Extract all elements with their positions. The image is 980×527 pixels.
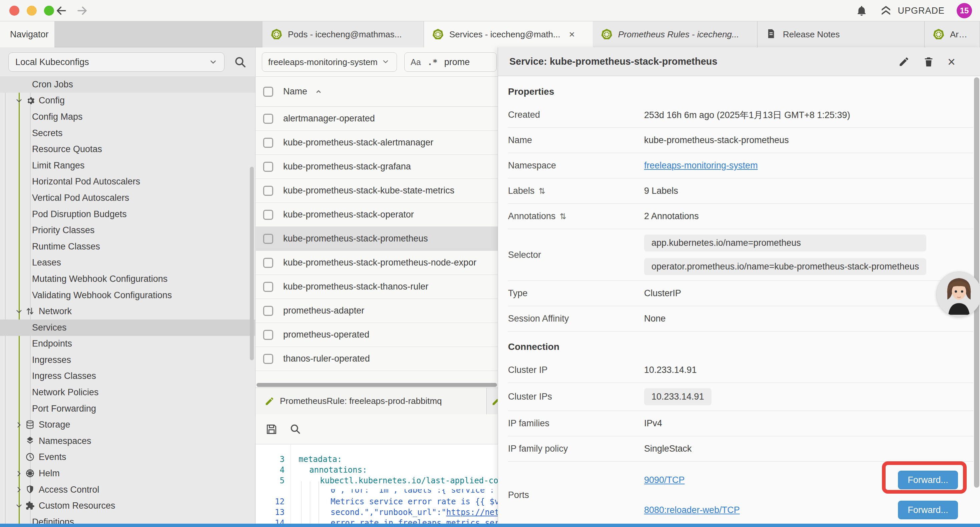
sidebar-item-definitions[interactable]: Definitions [0, 514, 255, 524]
sidebar-item-ingress-classes[interactable]: Ingress Classes [0, 368, 255, 385]
sidebar-search-icon[interactable] [234, 56, 247, 69]
chevron-down-icon[interactable] [15, 502, 23, 510]
code-line[interactable]: 3metadata: [256, 454, 498, 465]
sidebar-item-helm[interactable]: Helm [0, 465, 255, 482]
match-case-icon[interactable]: Aa [410, 57, 421, 67]
row-checkbox[interactable] [263, 210, 273, 220]
table-row[interactable]: kube-prometheus-stack-prometheus [256, 227, 498, 251]
tab-argo-se[interactable]: Argo Se [924, 21, 980, 47]
chevron-right-icon[interactable] [15, 420, 23, 429]
sort-updown-icon[interactable]: ⇅ [539, 186, 546, 196]
table-row[interactable]: kube-prometheus-stack-operator [256, 203, 498, 227]
sidebar-item-custom-resources[interactable]: Custom Resources [0, 498, 255, 514]
sidebar-item-port-forwarding[interactable]: Port Forwarding [0, 401, 255, 417]
sidebar-item-horizontal-pod-autoscalers[interactable]: Horizontal Pod Autoscalers [0, 174, 255, 190]
bell-icon[interactable] [856, 5, 868, 17]
sidebar-item-limit-ranges[interactable]: Limit Ranges [0, 158, 255, 174]
tab-release-notes[interactable]: Release Notes [757, 21, 924, 47]
editor-tab-prometheusrule[interactable]: PrometheusRule: freeleaps-prod-rabbitmq [256, 388, 487, 414]
chevron-right-icon[interactable] [15, 469, 23, 478]
sidebar-item-events[interactable]: Events [0, 449, 255, 466]
upgrade-button[interactable]: UPGRADE [880, 4, 945, 17]
namespace-filter-select[interactable]: freeleaps-monitoring-system [262, 53, 397, 72]
table-row[interactable]: prometheus-operated [256, 323, 498, 347]
table-row[interactable]: kube-prometheus-stack-grafana [256, 155, 498, 179]
forward-button[interactable]: Forward... [898, 501, 958, 519]
sidebar-item-endpoints[interactable]: Endpoints [0, 336, 255, 352]
kubeconfig-context-select[interactable]: Local Kubeconfigs [8, 53, 224, 72]
forward-icon[interactable] [76, 5, 88, 17]
chevron-down-icon[interactable] [15, 307, 23, 316]
close-tab-icon[interactable]: × [569, 29, 575, 40]
row-checkbox[interactable] [263, 138, 273, 148]
avatar[interactable] [936, 272, 980, 317]
sidebar-item-access-control[interactable]: Access Control [0, 482, 255, 498]
editor-search-icon[interactable] [289, 423, 302, 436]
code-line[interactable]: 13second.","runbook_url":"https://net [256, 507, 498, 517]
code-line[interactable]: 5kubectl.kubernetes.io/last-applied-co [256, 475, 498, 486]
row-checkbox[interactable] [263, 354, 273, 364]
table-row[interactable]: alertmanager-operated [256, 107, 498, 131]
maximize-window-icon[interactable] [44, 6, 54, 16]
sidebar-item-pod-disruption-budgets[interactable]: Pod Disruption Budgets [0, 206, 255, 223]
sidebar-item-config-maps[interactable]: Config Maps [0, 109, 255, 125]
sidebar-item-services[interactable]: Services [0, 320, 255, 336]
chevron-down-icon[interactable] [15, 96, 23, 105]
row-checkbox[interactable] [263, 306, 273, 316]
row-checkbox[interactable] [263, 162, 273, 172]
list-search-input[interactable]: Aa .* prome [404, 53, 497, 72]
sidebar-item-resource-quotas[interactable]: Resource Quotas [0, 141, 255, 158]
row-checkbox[interactable] [263, 234, 273, 244]
tab-services-icecheng-math[interactable]: Services - icecheng@math...× [424, 21, 593, 47]
sidebar-item-cron-jobs[interactable]: Cron Jobs [0, 76, 255, 93]
table-row[interactable]: thanos-ruler-operated [256, 347, 498, 371]
sidebar-item-priority-classes[interactable]: Priority Classes [0, 222, 255, 239]
sidebar-item-config[interactable]: Config [0, 93, 255, 109]
regex-icon[interactable]: .* [428, 57, 438, 67]
row-checkbox[interactable] [263, 186, 273, 196]
sidebar-item-ingresses[interactable]: Ingresses [0, 352, 255, 368]
tab-pods-icecheng-mathmas[interactable]: Pods - icecheng@mathmas... [262, 21, 424, 47]
notification-badge[interactable]: 15 [957, 3, 972, 18]
namespace-link[interactable]: freeleaps-monitoring-system [644, 161, 758, 171]
forward-button[interactable]: Forward... [898, 471, 958, 489]
row-checkbox[interactable] [263, 114, 273, 124]
close-icon[interactable]: × [948, 56, 955, 67]
table-row[interactable]: kube-prometheus-stack-thanos-ruler [256, 275, 498, 299]
sort-asc-icon[interactable] [315, 88, 323, 96]
sidebar-scrollbar[interactable] [250, 167, 254, 360]
sidebar-item-network[interactable]: Network [0, 303, 255, 320]
delete-icon[interactable] [923, 56, 934, 67]
edit-icon[interactable] [898, 56, 910, 67]
sidebar-item-namespaces[interactable]: Namespaces [0, 433, 255, 449]
table-row[interactable]: kube-prometheus-stack-prometheus-node-ex… [256, 251, 498, 275]
table-row[interactable]: kube-prometheus-stack-kube-state-metrics [256, 179, 498, 203]
table-row[interactable]: kube-prometheus-stack-alertmanager [256, 131, 498, 155]
minimize-window-icon[interactable] [27, 6, 37, 16]
code-line[interactable]: 12Metrics service error rate is {{ $va [256, 496, 498, 507]
port-link[interactable]: 9090/TCP [644, 475, 685, 485]
row-checkbox[interactable] [263, 282, 273, 292]
editor-tab-next[interactable] [487, 388, 498, 414]
tab-prometheus-rules-icecheng[interactable]: Prometheus Rules - icecheng... [593, 21, 757, 47]
sidebar-item-network-policies[interactable]: Network Policies [0, 384, 255, 401]
sidebar-item-vertical-pod-autoscalers[interactable]: Vertical Pod Autoscalers [0, 190, 255, 206]
sidebar-item-runtime-classes[interactable]: Runtime Classes [0, 239, 255, 255]
sort-updown-icon[interactable]: ⇅ [560, 212, 566, 221]
close-window-icon[interactable] [10, 6, 19, 16]
code-line[interactable]: 0", for: "1m", labels :{ service : [256, 485, 498, 495]
code-line[interactable]: 4annotations: [256, 465, 498, 475]
sidebar-item-secrets[interactable]: Secrets [0, 125, 255, 142]
sidebar-item-leases[interactable]: Leases [0, 255, 255, 271]
horizontal-scrollbar[interactable] [256, 382, 498, 388]
save-icon[interactable] [265, 423, 278, 436]
yaml-editor[interactable]: 3metadata:4annotations:5kubectl.kubernet… [256, 444, 498, 527]
row-checkbox[interactable] [263, 258, 273, 268]
sidebar-item-mutating-webhook-configurations[interactable]: Mutating Webhook Configurations [0, 271, 255, 287]
tab-navigator[interactable]: Navigator [0, 21, 54, 47]
sidebar-item-storage[interactable]: Storage [0, 417, 255, 433]
port-link[interactable]: 8080:reloader-web/TCP [644, 505, 740, 515]
row-checkbox[interactable] [263, 330, 273, 340]
back-icon[interactable] [56, 5, 67, 17]
chevron-right-icon[interactable] [15, 485, 23, 494]
